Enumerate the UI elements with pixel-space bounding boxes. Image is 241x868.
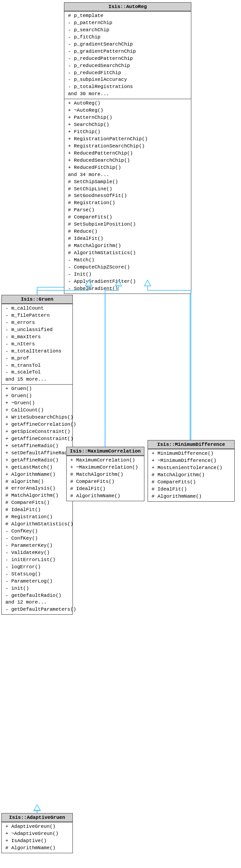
autoreg-field-1: # p_template (67, 13, 188, 20)
gruen-fields: - m_callCount - m_filePattern - m_errors… (2, 304, 72, 384)
mindiff-method-3: + MostLenientTolerance() (151, 465, 232, 472)
autoreg-method-1: + AutoReg() (67, 100, 188, 107)
gruen-field-8: - m_prof (4, 355, 70, 362)
gruen-method-10: + setDefaultAffineRadio() (4, 450, 70, 457)
autoreg-method-11: # SetChipSample() (67, 179, 188, 186)
autoreg-method-21: # AlgorithmStatistics() (67, 250, 188, 257)
mindiff-method-1: + MinimumDifference() (151, 450, 232, 457)
mindiff-box: Isis::MinimumDifference + MinimumDiffere… (148, 440, 235, 502)
gruen-field-2: - m_filePattern (4, 312, 70, 319)
mindiff-title: Isis::MinimumDifference (148, 440, 234, 449)
mindiff-methods: + MinimumDifference() + ~MinimumDifferen… (148, 449, 234, 501)
maxcorr-method-1: + MaximumCorrelation() (69, 457, 141, 464)
autoreg-box: Isis::AutoReg # p_template - p_patternCh… (64, 2, 191, 294)
gruen-method-27: - StatsLog() (4, 571, 70, 578)
autoreg-method-10: + ReducedFitChip() (67, 164, 188, 172)
gruen-method-30: - getDefaultRadio() (4, 592, 70, 600)
autoreg-method-14: # Registration() (67, 200, 188, 207)
autoreg-method-13: # SetGoodnessOfFit() (67, 193, 188, 200)
autoreg-field-4: - p_fitChip (67, 34, 188, 41)
autoreg-field-5: - p_gradientSearchChip (67, 41, 188, 48)
autoreg-method-17: # SetSubpixelPosition() (67, 221, 188, 228)
gruen-method-19: # Registration() (4, 514, 70, 521)
svg-marker-26 (34, 805, 40, 810)
gruen-method-3: + ~Gruen() (4, 400, 70, 407)
autoreg-fields: # p_template - p_patternChip - p_searchC… (64, 11, 191, 99)
gruen-method-8: + getAffineConstraint() (4, 436, 70, 443)
autoreg-field-3: - p_searchChip (67, 27, 188, 34)
gruen-field-4: - m_unclassified (4, 327, 70, 334)
gruen-field-3: - m_errors (4, 319, 70, 327)
gruen-method-12: + getLastMatch() (4, 464, 70, 471)
gruen-field-9: - m_transTol (4, 362, 70, 369)
mindiff-method-7: # AlgorithmName() (151, 493, 232, 500)
adaptive-methods: + AdaptiveGreun() + ~AdaptiveGreun() + I… (2, 822, 72, 853)
gruen-methods: + Gruen() + Gruen() + ~Gruen() + CallCou… (2, 384, 72, 614)
gruen-method-20: # AlgorithmStatistics() (4, 521, 70, 528)
gruen-field-10: - m_scaleTol (4, 369, 70, 376)
maxcorr-method-3: # MatchAlgorithm() (69, 471, 141, 478)
mindiff-method-2: + ~MinimumDifference() (151, 457, 232, 465)
mindiff-method-5: # CompareFits() (151, 479, 232, 486)
autoreg-method-8: + ReducedPatternChip() (67, 150, 188, 157)
adaptive-title: Isis::AdaptiveGruen (2, 813, 72, 822)
autoreg-method-2: + ~AutoReg() (67, 107, 188, 114)
maxcorr-box: Isis::MaximumCorrelation + MaximumCorrel… (66, 447, 144, 501)
maxcorr-method-5: # IdealFit() (69, 486, 141, 493)
autoreg-method-26: - SobelGradient() (67, 285, 188, 293)
autoreg-field-11: - p_totalRegistrations (67, 84, 188, 91)
autoreg-field-9: - p_reducedFitChip (67, 70, 188, 77)
autoreg-method-6: + RegistrationPatternChip() (67, 136, 188, 143)
autoreg-method-19: # IdealFit() (67, 235, 188, 243)
gruen-method-23: - ParameterKey() (4, 542, 70, 549)
autoreg-field-10: - p_subpixelAccuracy (67, 76, 188, 84)
autoreg-field-7: - p_reducedPatternChip (67, 55, 188, 63)
autoreg-title: Isis::AutoReg (64, 3, 191, 11)
gruen-method-2: + Gruen() (4, 393, 70, 400)
gruen-field-1: - m_callCount (4, 305, 70, 312)
gruen-field-5: - m_maxIters (4, 334, 70, 341)
gruen-method-28: - ParameterLog() (4, 578, 70, 585)
autoreg-method-4: + SearchChip() (67, 122, 188, 129)
autoreg-method-24: - Init() (67, 271, 188, 278)
autoreg-field-8: - p_reducedSearchChip (67, 63, 188, 70)
maxcorr-method-4: # CompareFits() (69, 478, 141, 486)
autoreg-field-more: and 30 more... (67, 91, 188, 98)
adaptive-method-4: # AlgorithmName() (4, 845, 70, 852)
autoreg-method-5: + FitChip() (67, 129, 188, 136)
adaptive-box: Isis::AdaptiveGruen + AdaptiveGreun() + … (1, 813, 73, 853)
gruen-method-17: # CompareFits() (4, 499, 70, 507)
gruen-method-15: # errorAnalysis() (4, 485, 70, 492)
gruen-method-26: - logError() (4, 564, 70, 571)
autoreg-method-more: and 34 more... (67, 172, 188, 179)
autoreg-method-3: + PatternChip() (67, 114, 188, 122)
gruen-title: Isis::Gruen (2, 295, 72, 304)
gruen-method-11: + getAffineRadio() (4, 457, 70, 464)
gruen-method-14: # algorithm() (4, 478, 70, 486)
gruen-method-18: # IdealFit() (4, 507, 70, 514)
gruen-field-6: - m_nIters (4, 341, 70, 348)
autoreg-method-16: # CompareFits() (67, 214, 188, 221)
gruen-field-more: and 15 more... (4, 376, 70, 383)
gruen-method-22: - ConfKey() (4, 535, 70, 542)
maxcorr-method-2: + ~MaximumCorrelation() (69, 464, 141, 471)
maxcorr-methods: + MaximumCorrelation() + ~MaximumCorrela… (67, 456, 144, 501)
adaptive-method-1: + AdaptiveGreun() (4, 823, 70, 830)
gruen-method-24: - ValidateKey() (4, 549, 70, 557)
gruen-method-9: + setAffineRadio() (4, 443, 70, 450)
gruen-method-16: # MatchAlgorithm() (4, 492, 70, 499)
maxcorr-method-6: # AlgorithmName() (69, 493, 141, 500)
adaptive-method-2: + ~AdaptiveGreun() (4, 830, 70, 838)
gruen-method-7: + getSpiceConstraint() (4, 428, 70, 436)
gruen-method-25: - initErrorList() (4, 557, 70, 564)
autoreg-method-23: - ComputeChipZScore() (67, 264, 188, 271)
autoreg-method-20: # MatchAlgorithm() (67, 243, 188, 250)
autoreg-method-15: # Parse() (67, 207, 188, 214)
autoreg-methods: + AutoReg() + ~AutoReg() + PatternChip()… (64, 99, 191, 293)
gruen-field-7: - m_totalIterations (4, 348, 70, 355)
gruen-method-29: - init() (4, 585, 70, 592)
gruen-method-13: + AlgorithmName() (4, 471, 70, 478)
autoreg-method-25: - ApplyGradientFilter() (67, 278, 188, 285)
gruen-method-31: - getDefaultParameters() (4, 606, 70, 613)
gruen-method-21: - ConfKey() (4, 528, 70, 535)
